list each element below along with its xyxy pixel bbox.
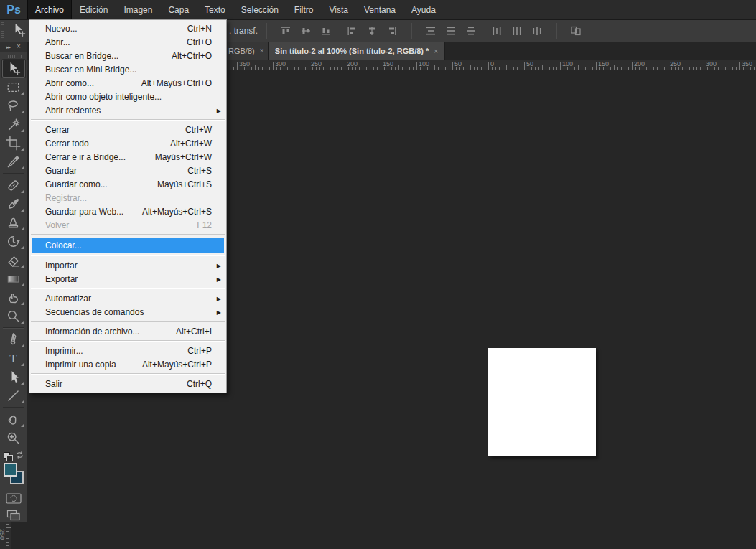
rectangular-marquee-tool-button[interactable]: [2, 78, 25, 96]
distribute-horizontal-centers-button[interactable]: [509, 23, 525, 39]
menu-edicion[interactable]: Edición: [72, 0, 116, 19]
type-tool-icon: T: [6, 351, 21, 366]
ruler-tick: [384, 67, 385, 70]
menu-item-cerrar-todo[interactable]: Cerrar todoAlt+Ctrl+W: [29, 136, 226, 150]
foreground-color-swatch[interactable]: [4, 463, 17, 477]
line-tool-button[interactable]: [2, 387, 25, 405]
auto-align-layers-button[interactable]: [568, 23, 584, 39]
document-canvas[interactable]: [488, 348, 596, 456]
menu-item-imprimir[interactable]: Imprimir...Ctrl+P: [29, 344, 226, 357]
ruler-tick: [661, 67, 661, 70]
menu-seleccion[interactable]: Selección: [233, 0, 286, 19]
menu-item-label: Información de archivo...: [45, 327, 139, 337]
menu-item-buscar-en-bridge[interactable]: Buscar en Bridge...Alt+Ctrl+O: [29, 49, 226, 62]
zoom-tool-button[interactable]: [2, 429, 25, 447]
menu-item-label: Imprimir...: [45, 346, 83, 356]
menu-item-automatizar[interactable]: Automatizar▶: [29, 291, 226, 305]
screen-mode-button[interactable]: [3, 507, 24, 523]
menu-item-colocar[interactable]: Colocar...: [32, 238, 224, 253]
align-bottom-edges-button[interactable]: [318, 23, 334, 39]
move-tool-button[interactable]: [2, 60, 25, 78]
lasso-tool-button[interactable]: [2, 97, 25, 115]
magic-wand-tool-button[interactable]: [2, 116, 25, 133]
healing-brush-tool-button[interactable]: [2, 177, 25, 194]
close-tab-icon[interactable]: ×: [434, 47, 438, 55]
quick-mask-button[interactable]: [3, 490, 24, 506]
ruler-tick: [625, 67, 625, 70]
menu-item-exportar[interactable]: Exportar▶: [29, 272, 226, 286]
menu-vista[interactable]: Vista: [321, 0, 355, 19]
ruler-tick: [592, 67, 593, 70]
menu-ayuda[interactable]: Ayuda: [403, 0, 444, 19]
ruler-tick: [366, 67, 367, 70]
menu-item-shortcut: Ctrl+Q: [187, 379, 212, 389]
ruler-tick: [370, 67, 370, 70]
distribute-left-edges-button[interactable]: [489, 23, 505, 39]
ruler-tick: [459, 67, 460, 70]
menu-item-imprimir-una-copia[interactable]: Imprimir una copiaAlt+Mayús+Ctrl+P: [29, 357, 226, 371]
hand-tool-button[interactable]: [2, 410, 25, 428]
distribute-vertical-centers-button[interactable]: [443, 23, 459, 39]
ruler-tick: [643, 67, 643, 70]
distribute-top-edges-button[interactable]: [423, 23, 439, 39]
tools-panel-header: ▸▸ ×: [0, 42, 27, 52]
smudge-tool-button[interactable]: [2, 288, 25, 306]
ruler-tick: [521, 67, 521, 70]
align-right-edges-button[interactable]: [384, 23, 400, 39]
menu-item-abrir-recientes[interactable]: Abrir recientes▶: [29, 103, 226, 117]
ruler-tick: [284, 67, 284, 70]
dodge-tool-button[interactable]: [2, 307, 25, 325]
menu-item-cerrar[interactable]: CerrarCtrl+W: [29, 123, 226, 136]
menu-filtro[interactable]: Filtro: [286, 0, 322, 19]
menu-item-label: Registrar...: [45, 193, 87, 203]
menu-item-salir[interactable]: SalirCtrl+Q: [29, 377, 226, 390]
menu-item-importar[interactable]: Importar▶: [29, 258, 226, 272]
gradient-tool-button[interactable]: [2, 270, 25, 288]
menu-item-secuencias-de-comandos[interactable]: Secuencias de comandos▶: [29, 305, 226, 319]
path-selection-tool-button[interactable]: [2, 368, 25, 386]
menu-item-abrir-como-objeto-inteligente[interactable]: Abrir como objeto inteligente...: [29, 90, 226, 103]
document-tab-active[interactable]: Sin título-2 al 100% (Sin título-2, RGB/…: [269, 42, 445, 60]
menu-item-guardar-para-web[interactable]: Guardar para Web...Alt+Mayús+Ctrl+S: [29, 205, 226, 218]
menu-item-informacion-de-archivo[interactable]: Información de archivo...Alt+Ctrl+I: [29, 324, 226, 338]
pen-tool-button[interactable]: [2, 331, 25, 349]
document-tab-inactive[interactable]: RGB/8) ×: [227, 42, 269, 60]
crop-tool-button[interactable]: [2, 134, 25, 152]
align-left-edges-button[interactable]: [344, 23, 360, 39]
align-top-edges-button[interactable]: [278, 23, 294, 39]
menu-item-abrir-como[interactable]: Abrir como...Alt+Mayús+Ctrl+O: [29, 76, 226, 90]
menu-texto[interactable]: Texto: [197, 0, 233, 19]
menu-imagen[interactable]: Imagen: [116, 0, 160, 19]
menu-archivo[interactable]: Archivo: [27, 0, 72, 19]
menu-bar: Ps ArchivoEdiciónImagenCapaTextoSelecció…: [0, 0, 756, 20]
close-tab-icon[interactable]: ×: [260, 47, 264, 55]
menu-item-shortcut: Mayús+Ctrl+S: [157, 179, 212, 189]
menu-capa[interactable]: Capa: [160, 0, 197, 19]
menu-item-nuevo[interactable]: Nuevo...Ctrl+N: [29, 22, 226, 35]
brush-tool-button[interactable]: [2, 195, 25, 213]
history-brush-tool-button[interactable]: [2, 233, 25, 250]
clone-stamp-tool-button[interactable]: [2, 214, 25, 232]
close-panel-icon[interactable]: ×: [17, 43, 21, 50]
align-vertical-centers-button[interactable]: [298, 23, 314, 39]
ruler-tick: [553, 67, 554, 70]
distribute-right-edges-button[interactable]: [529, 23, 545, 39]
collapse-panel-icon[interactable]: ▸▸: [6, 44, 10, 50]
hand-tool-icon: [6, 412, 21, 427]
menu-ventana[interactable]: Ventana: [356, 0, 403, 19]
menu-item-abrir[interactable]: Abrir...Ctrl+O: [29, 35, 226, 49]
distribute-bottom-edges-button[interactable]: [463, 23, 479, 39]
menu-item-guardar-como[interactable]: Guardar como...Mayús+Ctrl+S: [29, 177, 226, 191]
ruler-tick: [373, 67, 374, 70]
tools-panel-gripper[interactable]: [6, 55, 22, 58]
type-tool-button[interactable]: T: [2, 349, 25, 367]
eraser-tool-button[interactable]: [2, 251, 25, 269]
menu-item-cerrar-e-ir-a-bridge[interactable]: Cerrar e ir a Bridge...Mayús+Ctrl+W: [29, 150, 226, 164]
menu-item-guardar[interactable]: GuardarCtrl+S: [29, 164, 226, 177]
eyedropper-tool-button[interactable]: [2, 153, 25, 171]
swap-colors-icon[interactable]: [15, 451, 24, 460]
rectangular-marquee-tool-icon: [6, 80, 21, 95]
options-bar-gripper[interactable]: [1, 22, 4, 39]
menu-item-buscar-en-mini-bridge[interactable]: Buscar en Mini Bridge...: [29, 62, 226, 76]
align-horizontal-centers-button[interactable]: [364, 23, 380, 39]
